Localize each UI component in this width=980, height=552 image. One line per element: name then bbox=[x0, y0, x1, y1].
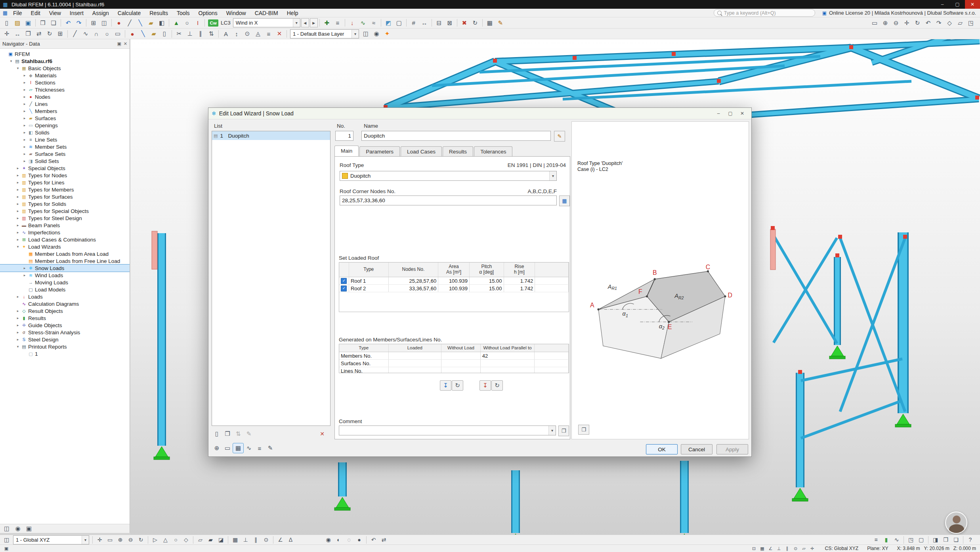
expand-arrow-icon[interactable]: ▸ bbox=[22, 80, 27, 84]
crosshair-indicator-icon[interactable]: ✛ bbox=[808, 545, 816, 552]
relative-input-icon[interactable]: Δ bbox=[286, 535, 296, 544]
menu-window[interactable]: Window bbox=[222, 9, 250, 17]
move-copy-icon[interactable]: ↔ bbox=[12, 29, 23, 38]
open-model-icon[interactable]: ▨ bbox=[12, 18, 23, 28]
show-loads-icon[interactable]: ↓ bbox=[347, 18, 357, 28]
tree-item-steel-design[interactable]: ▸SSteel Design bbox=[0, 336, 130, 343]
rotate-object-icon[interactable]: ↻ bbox=[44, 29, 55, 38]
hide-objects-icon[interactable]: ◌ bbox=[344, 535, 354, 544]
tree-item-solids[interactable]: ▸◧Solids bbox=[0, 129, 130, 136]
tree-item-types-for-surfaces[interactable]: ▸▥Types for Surfaces bbox=[0, 193, 130, 200]
next-view-icon[interactable]: ↷ bbox=[934, 18, 944, 28]
select-mode-icon[interactable]: ✛ bbox=[95, 535, 105, 544]
tree-item-thicknesses[interactable]: ▸▱Thicknesses bbox=[0, 86, 130, 93]
tree-item-guide-objects[interactable]: ▸✛Guide Objects bbox=[0, 322, 130, 329]
expand-arrow-icon[interactable]: ▸ bbox=[15, 330, 21, 334]
clipping-plane-icon[interactable]: ⊟ bbox=[434, 18, 444, 28]
tree-item-printout-reports[interactable]: ▾▤Printout Reports bbox=[0, 343, 130, 350]
rename-icon[interactable]: ✎ bbox=[554, 131, 565, 142]
layer-color-icon[interactable]: ◉ bbox=[371, 29, 382, 38]
expand-arrow-icon[interactable]: ▸ bbox=[15, 180, 21, 184]
regenerate-icon[interactable]: ↻ bbox=[470, 18, 480, 28]
collapse-arrow-icon[interactable]: ▾ bbox=[8, 59, 14, 63]
tree-item-load-cases-combinations[interactable]: ▸⊞Load Cases & Combinations bbox=[0, 236, 130, 243]
tree-item-surface-sets[interactable]: ▸▰Surface Sets bbox=[0, 150, 130, 157]
expand-arrow-icon[interactable]: ▸ bbox=[22, 116, 27, 120]
draw-circle-icon[interactable]: ○ bbox=[102, 29, 112, 38]
zoom-in-icon[interactable]: ⊕ bbox=[880, 18, 890, 28]
text-tool-icon[interactable]: A bbox=[221, 29, 231, 38]
tree-item-stress-strain-analysis[interactable]: ▸σStress-Strain Analysis bbox=[0, 329, 130, 336]
tree-item-types-for-steel-design[interactable]: ▸▥Types for Steel Design bbox=[0, 215, 130, 222]
menu-help[interactable]: Help bbox=[283, 9, 303, 17]
print-icon[interactable]: ❒ bbox=[38, 18, 48, 28]
tree-item-openings[interactable]: ▸▭Openings bbox=[0, 122, 130, 129]
menu-insert[interactable]: Insert bbox=[65, 9, 88, 17]
partial-view-icon[interactable]: ◐ bbox=[334, 535, 344, 544]
zoom-out-mode-icon[interactable]: ⊖ bbox=[126, 535, 136, 544]
dialog-display-options-icon[interactable]: ▭ bbox=[222, 443, 233, 453]
tree-item-solid-sets[interactable]: ▸◨Solid Sets bbox=[0, 157, 130, 165]
regenerate-surfaces-icon[interactable]: ↻ bbox=[491, 380, 503, 391]
screenshot-icon[interactable]: ❒ bbox=[941, 535, 951, 544]
select-tool-icon[interactable]: ✛ bbox=[2, 29, 12, 38]
section-view-icon[interactable]: ⊠ bbox=[445, 18, 455, 28]
tree-item-wind-loads[interactable]: ▸≋Wind Loads bbox=[0, 272, 130, 279]
tree-item-rfem[interactable]: ▣RFEM bbox=[0, 50, 130, 58]
perpendicular-tool-icon[interactable]: ⊥ bbox=[185, 29, 195, 38]
chevron-down-icon[interactable]: ▾ bbox=[82, 536, 89, 544]
expand-arrow-icon[interactable]: ▸ bbox=[15, 166, 21, 170]
tab-main[interactable]: Main bbox=[334, 146, 359, 156]
collapse-arrow-icon[interactable]: ▾ bbox=[15, 245, 21, 249]
expand-arrow-icon[interactable]: ▸ bbox=[15, 295, 21, 299]
visibility-filter-icon[interactable]: ◉ bbox=[323, 535, 333, 544]
no-field[interactable] bbox=[335, 131, 353, 141]
dialog-minimize-icon[interactable]: – bbox=[713, 109, 724, 118]
display-panel-icon[interactable]: ◫ bbox=[2, 524, 12, 533]
redo-icon[interactable]: ↷ bbox=[74, 18, 84, 28]
load-case-select[interactable]: Wind in X ▾ bbox=[233, 18, 300, 27]
chevron-down-icon[interactable]: ▾ bbox=[352, 30, 359, 38]
navigator-toggle-icon[interactable]: ◫ bbox=[99, 18, 109, 28]
tree-item-moving-loads[interactable]: →Moving Loads bbox=[0, 279, 130, 286]
coordinate-input-icon[interactable]: ∠ bbox=[275, 535, 285, 544]
new-member-icon[interactable]: ╲ bbox=[138, 29, 148, 38]
grid-settings-icon[interactable]: ▦ bbox=[485, 18, 495, 28]
visibility-eye-icon[interactable]: ◉ bbox=[13, 524, 23, 533]
tree-item-surfaces[interactable]: ▸▰Surfaces bbox=[0, 115, 130, 122]
view-z-icon[interactable]: ○ bbox=[171, 535, 181, 544]
new-surface-icon[interactable]: ▰ bbox=[149, 29, 159, 38]
new-model-icon[interactable]: ▯ bbox=[2, 18, 12, 28]
parallel-tool-icon[interactable]: ∥ bbox=[195, 29, 206, 38]
fit-view-icon[interactable]: ◳ bbox=[966, 18, 976, 28]
tree-item-materials[interactable]: ▸◆Materials bbox=[0, 72, 130, 79]
close-panel-icon[interactable]: ✕ bbox=[124, 41, 127, 46]
undo-icon[interactable]: ↶ bbox=[63, 18, 73, 28]
snap-indicator-icon[interactable]: ⊡ bbox=[750, 545, 758, 552]
copy-load-wizard-icon[interactable]: ❐ bbox=[222, 429, 233, 439]
draw-rectangle-icon[interactable]: ▭ bbox=[113, 29, 123, 38]
tree-item-nodes[interactable]: ▸●Nodes bbox=[0, 93, 130, 100]
tree-item-types-for-solids[interactable]: ▸▥Types for Solids bbox=[0, 200, 130, 207]
show-table-toggle-icon[interactable]: ▦ bbox=[233, 443, 243, 453]
isometric-view-icon[interactable]: ◇ bbox=[944, 18, 955, 28]
guide-indicator-icon[interactable]: ∥ bbox=[783, 545, 791, 552]
tree-item-load-wizards[interactable]: ▾✦Load Wizards bbox=[0, 243, 130, 250]
tree-item-member-loads-from-free-line-load[interactable]: ▤Member Loads from Free Line Load bbox=[0, 257, 130, 264]
expand-arrow-icon[interactable]: ▸ bbox=[15, 188, 21, 192]
selection-invert-icon[interactable]: ⇄ bbox=[379, 535, 389, 544]
work-plane-xz-icon[interactable]: ▰ bbox=[206, 535, 216, 544]
cross-section-icon[interactable]: I bbox=[193, 18, 203, 28]
comment-input[interactable]: ▾ bbox=[339, 426, 556, 435]
base-layer-select[interactable]: 1 - Default Base Layer ▾ bbox=[290, 29, 359, 38]
next-load-case-icon[interactable]: ▶ bbox=[310, 18, 318, 27]
background-color-icon[interactable]: ◨ bbox=[930, 535, 940, 544]
collapse-arrow-icon[interactable]: ▾ bbox=[15, 66, 21, 70]
view-select[interactable]: 1 - Global XYZ ▾ bbox=[13, 535, 89, 544]
row-checkbox[interactable]: ✓ bbox=[341, 278, 347, 284]
result-diagram-icon[interactable]: ∿ bbox=[892, 535, 902, 544]
tree-item-results[interactable]: ▸▮Results bbox=[0, 314, 130, 322]
tree-item-members[interactable]: ▸╲Members bbox=[0, 107, 130, 115]
hinge-tool-icon[interactable]: ○ bbox=[182, 18, 192, 28]
angle-indicator-icon[interactable]: ∠ bbox=[766, 545, 774, 552]
